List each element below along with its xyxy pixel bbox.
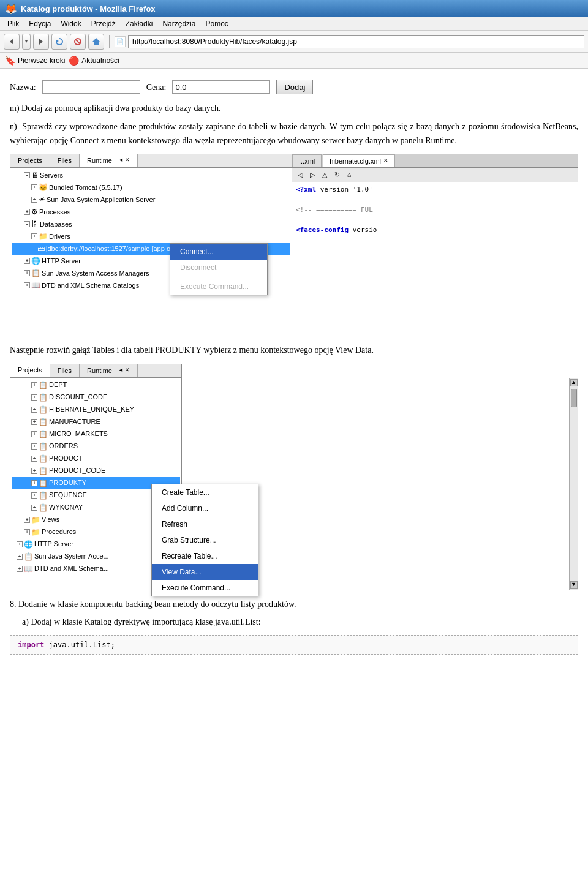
ord-expander[interactable]: + [31, 443, 37, 450]
tree-manufacture[interactable]: + 📋 MANUFACTURE [12, 416, 180, 428]
tree-dept[interactable]: + 📋 DEPT [12, 379, 180, 391]
tree-processes[interactable]: + ⚙ Processes [12, 206, 290, 218]
tree-micro-markets[interactable]: + 📋 MICRO_MARKETS [12, 428, 180, 440]
cm2-create-table[interactable]: Create Table... [152, 484, 258, 500]
sj2-expander[interactable]: + [17, 554, 23, 560]
context-menu-connect[interactable]: Connect... [170, 244, 267, 260]
tree-hibernate-unique[interactable]: + 📋 HIBERNATE_UNIQUE_KEY [12, 404, 180, 416]
editor-btn-up[interactable]: △ [319, 170, 330, 181]
dc-expander[interactable]: + [31, 394, 37, 401]
tree-databases[interactable]: - 🗄 Databases [12, 218, 290, 230]
cm2-view-data[interactable]: View Data... [152, 564, 258, 580]
back-button[interactable] [4, 34, 20, 50]
drivers-expander[interactable]: + [31, 233, 37, 239]
tab-runtime-1[interactable]: Runtime ◄ ✕ [80, 154, 138, 167]
tree-bundled-tomcat[interactable]: + 🐱 Bundled Tomcat (5.5.17) [12, 181, 290, 194]
pry-expander[interactable]: + [31, 480, 37, 486]
databases-expander[interactable]: - [24, 221, 30, 227]
tomcat-expander[interactable]: + [31, 184, 37, 190]
nazwa-input[interactable] [42, 80, 140, 94]
panel2-minimize-icon[interactable]: ◄ ✕ [118, 366, 130, 375]
editor-btn-home[interactable]: ⌂ [344, 170, 355, 181]
tab-projects-2[interactable]: Projects [10, 364, 50, 377]
dtd2-expander[interactable]: + [17, 566, 23, 572]
tree-sun-java[interactable]: + ☀ Sun Java System Application Server [12, 194, 290, 206]
vw-label: Views [42, 514, 59, 525]
drivers-label: Drivers [49, 231, 70, 242]
wyk-expander[interactable]: + [31, 505, 37, 511]
dodaj-button[interactable]: Dodaj [276, 80, 313, 94]
panel-2: Projects Files Runtime ◄ ✕ + 📋 DEPT [10, 364, 578, 590]
paragraph-2: Następnie rozwiń gałąź Tables i dla tabe… [10, 344, 578, 357]
jdbc-icon: 🗃 [37, 243, 45, 254]
tab-files-1[interactable]: Files [50, 154, 80, 167]
tab-files-2-label: Files [58, 366, 72, 376]
sun-access-expander[interactable]: + [24, 270, 30, 276]
cm2-refresh[interactable]: Refresh [152, 516, 258, 532]
tab-projects-1[interactable]: Projects [10, 154, 50, 167]
processes-expander[interactable]: + [24, 209, 30, 215]
cm2-execute-command[interactable]: Execute Command... [152, 580, 258, 596]
seq-expander[interactable]: + [31, 492, 37, 499]
editor-tab-hibernate[interactable]: hibernate.cfg.xml ✕ [323, 154, 395, 167]
pc-expander[interactable]: + [31, 468, 37, 474]
bookmark-aktualnosci[interactable]: 🔴 Aktualności [69, 56, 119, 66]
dropdown-back[interactable] [22, 34, 31, 50]
scroll-up[interactable]: ▲ [570, 379, 578, 386]
tab-files-2[interactable]: Files [50, 364, 80, 377]
stop-button[interactable] [70, 34, 86, 50]
bookmark-pierwsze-kroki[interactable]: 🔖 Pierwsze kroki [5, 56, 65, 66]
code-rest: java.util.List; [44, 641, 115, 649]
panel-minimize-icon[interactable]: ◄ ✕ [118, 156, 130, 165]
tree-discount-code[interactable]: + 📋 DISCOUNT_CODE [12, 391, 180, 404]
menu-zakladki[interactable]: Zakładki [121, 18, 158, 29]
cena-input[interactable] [172, 80, 270, 94]
tab-runtime-2[interactable]: Runtime ◄ ✕ [80, 364, 138, 377]
vw-expander[interactable]: + [24, 517, 30, 523]
servers-expander[interactable]: - [24, 172, 30, 178]
menu-plik[interactable]: Plik [2, 18, 24, 29]
menu-przejdz[interactable]: Przejdź [86, 18, 121, 29]
pr-expander[interactable]: + [24, 529, 30, 535]
editor-btn-refresh[interactable]: ↻ [331, 170, 342, 181]
code-keyword: import [18, 641, 44, 649]
scrollbar-panel2[interactable]: ▲ ▼ [569, 378, 578, 590]
sun-java-expander[interactable]: + [31, 197, 37, 203]
dtd-xml-expander[interactable]: + [24, 282, 30, 288]
reload-button[interactable] [51, 34, 67, 50]
context-menu-execute[interactable]: Execute Command... [170, 279, 267, 295]
pry-icon: 📋 [39, 478, 48, 489]
cm2-grab-structure[interactable]: Grab Structure... [152, 532, 258, 548]
tree-servers[interactable]: - 🖥 Servers [12, 169, 290, 181]
sj2-label: Sun Java System Acce... [34, 551, 109, 562]
http-server-expander[interactable]: + [24, 258, 30, 264]
url-input[interactable] [128, 35, 584, 48]
forward-button[interactable] [33, 34, 49, 50]
huk-expander[interactable]: + [31, 407, 37, 413]
tree-product[interactable]: + 📋 PRODUCT [12, 453, 180, 465]
editor-tab-close[interactable]: ✕ [383, 157, 388, 165]
tree-product-code[interactable]: + 📋 PRODUCT_CODE [12, 465, 180, 477]
menu-pomoc[interactable]: Pomoc [200, 18, 233, 29]
scroll-thumb[interactable] [571, 389, 577, 407]
man-expander[interactable]: + [31, 419, 37, 425]
tree-orders[interactable]: + 📋 ORDERS [12, 440, 180, 453]
databases-label: Databases [40, 219, 72, 230]
dept-expander[interactable]: + [31, 382, 37, 388]
cm2-add-column[interactable]: Add Column... [152, 500, 258, 516]
scroll-down[interactable]: ▼ [570, 581, 578, 589]
tree-drivers[interactable]: + 📁 Drivers [12, 230, 290, 243]
editor-btn-back[interactable]: ◁ [295, 170, 306, 181]
menu-edycja[interactable]: Edycja [24, 18, 56, 29]
editor-tab-xml[interactable]: ...xml [292, 154, 322, 167]
context-menu-disconnect[interactable]: Disconnect [170, 260, 267, 276]
http-server-icon: 🌐 [31, 255, 40, 266]
editor-btn-forward[interactable]: ▷ [307, 170, 318, 181]
menu-narzedzia[interactable]: Narzędzia [157, 18, 200, 29]
ht2-expander[interactable]: + [17, 541, 23, 547]
prod-expander[interactable]: + [31, 456, 37, 462]
mm-expander[interactable]: + [31, 431, 37, 437]
cm2-recreate-table[interactable]: Recreate Table... [152, 548, 258, 564]
home-button[interactable] [88, 34, 104, 50]
menu-widok[interactable]: Widok [56, 18, 86, 29]
